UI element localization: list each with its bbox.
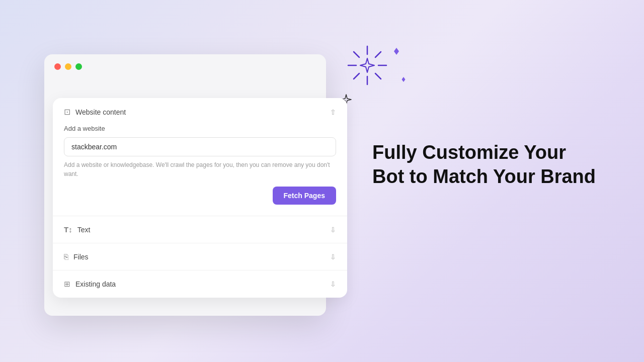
- window-dot-yellow[interactable]: [65, 63, 71, 70]
- website-content-header: ⊡ Website content ⇧: [64, 98, 336, 125]
- add-website-label: Add a website: [64, 125, 336, 132]
- heading-line2: Bot to Match Your Brand: [372, 166, 596, 187]
- website-content-section: ⊡ Website content ⇧ Add a website Add a …: [53, 98, 347, 216]
- files-section-title: Files: [73, 253, 89, 261]
- website-content-label: ⊡ Website content: [64, 107, 126, 117]
- fetch-pages-button[interactable]: Fetch Pages: [273, 187, 336, 205]
- helper-text: Add a website or knowledgebase. We'll cr…: [64, 160, 336, 178]
- svg-marker-8: [360, 58, 374, 72]
- file-icon: ⎘: [64, 252, 68, 261]
- text-icon: T↕: [64, 225, 72, 234]
- grid-icon: ⊞: [64, 280, 70, 289]
- files-section-label: ⎘ Files: [64, 252, 89, 261]
- heading-line1: Fully Customize Your: [372, 142, 566, 163]
- existing-data-chevron-down-icon[interactable]: ⇩: [330, 280, 336, 288]
- browser-titlebar: [44, 54, 326, 79]
- window-dot-green[interactable]: [75, 63, 82, 70]
- website-content-title: Website content: [75, 108, 126, 116]
- svg-line-5: [375, 73, 381, 79]
- svg-line-6: [375, 52, 381, 57]
- svg-line-7: [354, 73, 359, 79]
- files-section-row[interactable]: ⎘ Files ⇩: [53, 243, 347, 270]
- chevron-up-icon[interactable]: ⇧: [330, 108, 336, 116]
- text-section-row[interactable]: T↕ Text ⇩: [53, 216, 347, 243]
- existing-data-section-label: ⊞ Existing data: [64, 280, 116, 289]
- svg-line-4: [354, 52, 359, 57]
- svg-marker-10: [394, 48, 399, 55]
- text-chevron-down-icon[interactable]: ⇩: [330, 226, 336, 234]
- svg-marker-11: [402, 77, 406, 82]
- content-card: ⊡ Website content ⇧ Add a website Add a …: [53, 98, 347, 298]
- files-chevron-down-icon[interactable]: ⇩: [330, 253, 336, 261]
- website-url-input[interactable]: [64, 137, 336, 156]
- window-dot-red[interactable]: [54, 63, 61, 70]
- heading-area: Fully Customize Your Bot to Match Your B…: [372, 141, 604, 189]
- monitor-icon: ⊡: [64, 107, 70, 117]
- existing-data-section-title: Existing data: [75, 280, 116, 288]
- text-section-title: Text: [77, 226, 91, 234]
- existing-data-section-row[interactable]: ⊞ Existing data ⇩: [53, 270, 347, 298]
- text-section-label: T↕ Text: [64, 225, 90, 234]
- main-heading: Fully Customize Your Bot to Match Your B…: [372, 141, 604, 189]
